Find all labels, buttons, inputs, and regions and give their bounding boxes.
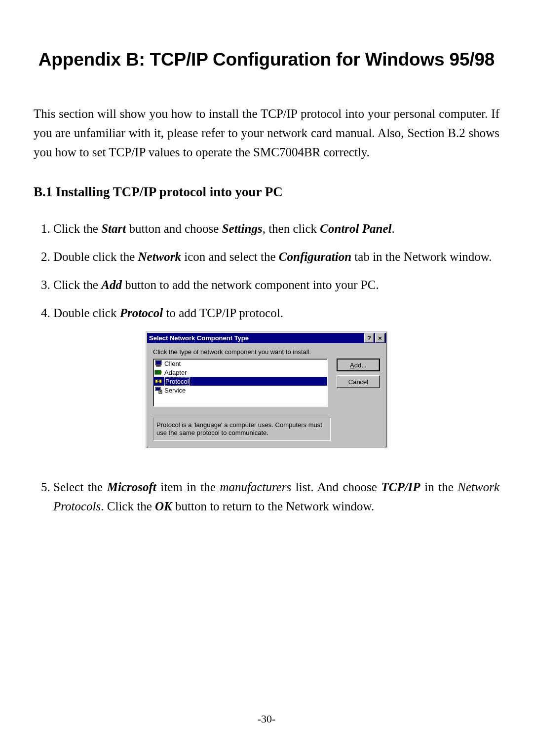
text: button to add the network component into… <box>122 278 379 291</box>
close-icon: × <box>378 335 382 341</box>
adapter-icon <box>154 368 162 376</box>
add-access-key: A <box>350 361 354 369</box>
svg-rect-1 <box>156 361 161 364</box>
text: in the <box>420 480 458 494</box>
add-button[interactable]: Add... <box>337 359 380 371</box>
question-icon: ? <box>367 335 371 341</box>
dialog-body: Click the type of network component you … <box>147 343 386 447</box>
step-1: Click the Start button and choose Settin… <box>53 219 499 239</box>
dialog-title: Select Network Component Type <box>149 334 249 342</box>
dialog-titlebar[interactable]: Select Network Component Type ? × <box>147 333 386 343</box>
step-5: Select the Microsoft item in the manufac… <box>53 478 499 516</box>
term-control-panel: Control Panel <box>320 222 391 235</box>
text: Double click <box>53 306 120 320</box>
text: . <box>391 222 394 235</box>
svg-rect-5 <box>156 371 158 373</box>
component-type-listbox[interactable]: Client Adapter <box>153 359 328 407</box>
svg-rect-10 <box>156 388 160 390</box>
document-page: Appendix B: TCP/IP Configuration for Win… <box>0 0 533 756</box>
dialog-prompt: Click the type of network component you … <box>153 348 380 356</box>
text: to add TCP/IP protocol. <box>163 306 283 320</box>
help-button[interactable]: ? <box>364 333 374 343</box>
page-number: -30- <box>0 713 533 725</box>
client-icon <box>154 360 162 367</box>
select-component-dialog: Select Network Component Type ? × Click … <box>146 331 387 448</box>
service-icon <box>154 386 162 394</box>
svg-rect-7 <box>157 381 159 382</box>
term-start: Start <box>101 222 126 235</box>
svg-rect-8 <box>159 380 161 383</box>
protocol-icon <box>154 377 162 385</box>
term-manufacturers: manufacturers <box>220 480 291 494</box>
text: button and choose <box>126 222 222 235</box>
titlebar-buttons: ? × <box>364 333 385 343</box>
close-button[interactable]: × <box>375 333 385 343</box>
text: icon and select the <box>181 250 279 263</box>
list-item-label: Client <box>164 360 181 367</box>
text: . Click the <box>101 500 155 513</box>
term-tcpip: TCP/IP <box>381 480 420 494</box>
svg-rect-4 <box>161 371 162 373</box>
appendix-heading: Appendix B: TCP/IP Configuration for Win… <box>34 49 499 70</box>
text: tab in the Network window. <box>351 250 492 263</box>
text: Click the <box>53 222 101 235</box>
term-configuration: Configuration <box>279 250 351 263</box>
component-description: Protocol is a 'language' a computer uses… <box>153 418 331 441</box>
cancel-label: Cancel <box>348 378 368 386</box>
list-item-service[interactable]: Service <box>153 386 327 395</box>
list-item-protocol[interactable]: Protocol <box>153 377 327 386</box>
list-item-label: Protocol <box>164 377 190 386</box>
svg-point-12 <box>160 391 161 393</box>
term-settings: Settings <box>222 222 263 235</box>
svg-rect-6 <box>155 380 157 383</box>
term-add: Add <box>101 278 122 291</box>
text: list. And choose <box>291 480 381 494</box>
intro-paragraph: This section will show you how to instal… <box>34 105 499 162</box>
step-2: Double click the Network icon and select… <box>53 248 499 267</box>
list-item-client[interactable]: Client <box>153 359 327 368</box>
text: item in the <box>156 480 220 494</box>
section-b1-heading: B.1 Installing TCP/IP protocol into your… <box>34 184 499 200</box>
term-microsoft: Microsoft <box>107 480 156 494</box>
svg-rect-2 <box>156 365 160 366</box>
text: Double click the <box>53 250 138 263</box>
text: button to return to the Network window. <box>172 500 374 513</box>
text: Select the <box>53 480 107 494</box>
step-4: Double click Protocol to add TCP/IP prot… <box>53 304 499 323</box>
list-item-label: Adapter <box>164 369 187 376</box>
dialog-button-column: Add... Cancel <box>337 359 380 388</box>
step-3: Click the Add button to add the network … <box>53 276 499 295</box>
embedded-dialog-figure: Select Network Component Type ? × Click … <box>34 331 499 448</box>
list-item-adapter[interactable]: Adapter <box>153 368 327 377</box>
add-label-rest: dd... <box>354 361 367 369</box>
list-item-label: Service <box>164 387 186 394</box>
steps-list-continued: Select the Microsoft item in the manufac… <box>34 478 499 516</box>
text: , then click <box>263 222 320 235</box>
term-protocol: Protocol <box>120 306 163 320</box>
steps-list: Click the Start button and choose Settin… <box>34 219 499 323</box>
term-network: Network <box>138 250 181 263</box>
term-ok: OK <box>155 500 172 513</box>
cancel-button[interactable]: Cancel <box>337 375 380 388</box>
text: Click the <box>53 278 101 291</box>
